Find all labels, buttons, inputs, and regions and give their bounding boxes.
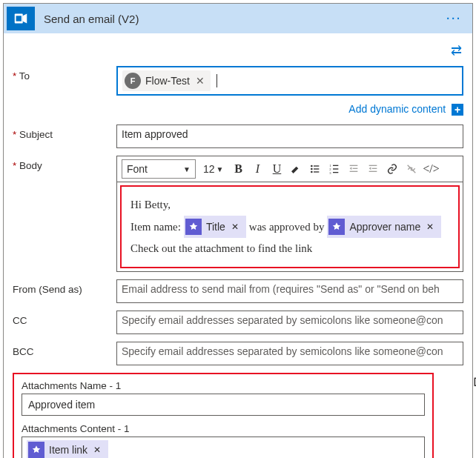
rich-text-editor: Font▼ 12▼ B I U 123 </> [116,156,463,272]
text-caret [216,74,217,87]
svg-rect-16 [350,171,358,172]
switch-to-array-icon[interactable] [472,376,476,392]
to-label: To [13,66,116,82]
outdent-button[interactable] [345,160,363,178]
svg-rect-1 [16,16,22,21]
body-label: Body [13,156,116,171]
cc-input[interactable]: Specify email addresses separated by sem… [116,311,463,334]
cc-label: CC [13,311,116,326]
svg-rect-5 [314,169,319,170]
attachments-content-input[interactable]: Item link ✕ [22,437,425,458]
token-remove-icon[interactable]: ✕ [425,219,435,236]
avatar: F [125,73,141,89]
token-icon [328,219,345,235]
more-menu-button[interactable]: ··· [436,13,472,24]
attachments-region: Attachments Name - 1 Approved item Attac… [13,373,463,458]
code-view-button[interactable]: </> [422,160,440,178]
to-input[interactable]: F Flow-Test ✕ [116,66,463,96]
editor-toolbar: Font▼ 12▼ B I U 123 </> [117,156,463,182]
recipient-name: Flow-Test [145,75,190,87]
dynamic-token-approver[interactable]: Approver name ✕ [327,216,441,239]
svg-rect-15 [353,168,358,169]
subject-input[interactable]: Item approved [116,125,463,148]
row-to: To F Flow-Test ✕ [13,66,463,96]
add-dynamic-content-button[interactable]: + [452,104,463,116]
svg-rect-13 [333,172,338,173]
card-header: Send an email (V2) ··· [4,4,472,33]
svg-rect-9 [333,165,338,166]
svg-point-4 [311,168,313,170]
token-icon [28,442,44,458]
svg-rect-17 [369,165,377,166]
body-text: was approved by [249,216,325,238]
from-input[interactable]: Email address to send mail from (require… [116,279,463,303]
row-cc: CC Specify email addresses separated by … [13,311,463,334]
svg-point-6 [311,171,313,173]
body-greeting: Hi Betty, [130,194,171,216]
numbered-list-button[interactable]: 123 [325,160,343,178]
svg-text:3: 3 [330,171,332,175]
card-body: ⇄ To F Flow-Test ✕ Add dynamic content + [4,33,472,458]
indent-button[interactable] [364,160,382,178]
italic-button[interactable]: I [248,160,266,178]
svg-rect-7 [314,172,319,173]
row-subject: Subject Item approved [13,125,463,148]
svg-point-2 [311,165,313,167]
svg-rect-19 [369,171,377,172]
dynamic-token-title[interactable]: Title ✕ [184,216,246,239]
unlink-button[interactable] [403,160,420,178]
editor-content[interactable]: Hi Betty, Item name: Title ✕ was approve… [120,185,460,268]
body-text: Item name: [130,216,181,238]
svg-rect-14 [350,165,358,166]
row-body: Body Font▼ 12▼ B I U 123 [13,156,463,272]
remove-recipient-icon[interactable]: ✕ [194,75,206,87]
svg-rect-18 [372,168,377,169]
font-size-dropdown[interactable]: 12▼ [200,159,226,179]
bold-button[interactable]: B [229,160,247,178]
swap-direction-icon[interactable]: ⇄ [451,43,462,58]
row-bcc: BCC Specify email addresses separated by… [13,342,463,365]
attachments-block: Attachments Name - 1 Approved item Attac… [13,373,434,458]
underline-button[interactable]: U [268,160,285,178]
svg-rect-11 [333,169,338,170]
bcc-input[interactable]: Specify email addresses separated by sem… [116,342,463,365]
highlight-button[interactable] [287,160,305,178]
from-label: From (Send as) [13,279,116,295]
link-button[interactable] [383,160,401,178]
bullet-list-button[interactable] [306,160,324,178]
card-title: Send an email (V2) [38,13,436,25]
action-card: Send an email (V2) ··· ⇄ To F Flow-Test … [3,3,473,458]
subject-label: Subject [13,125,116,140]
token-icon [185,219,202,235]
attachments-name-label: Attachments Name - 1 [22,380,425,391]
svg-rect-3 [314,166,319,167]
body-text: Check out the attachment to find the lin… [130,238,312,259]
bcc-label: BCC [13,342,116,357]
font-dropdown[interactable]: Font▼ [122,159,196,179]
recipient-chip[interactable]: F Flow-Test ✕ [122,70,211,91]
attachments-name-input[interactable]: Approved item [22,394,425,416]
outlook-icon [7,7,35,30]
dynamic-token-itemlink[interactable]: Item link ✕ [27,440,108,458]
token-remove-icon[interactable]: ✕ [230,219,240,236]
add-dynamic-content-link[interactable]: Add dynamic content [348,103,446,115]
attachments-content-label: Attachments Content - 1 [22,423,425,434]
token-remove-icon[interactable]: ✕ [92,445,102,455]
row-from: From (Send as) Email address to send mai… [13,279,463,303]
